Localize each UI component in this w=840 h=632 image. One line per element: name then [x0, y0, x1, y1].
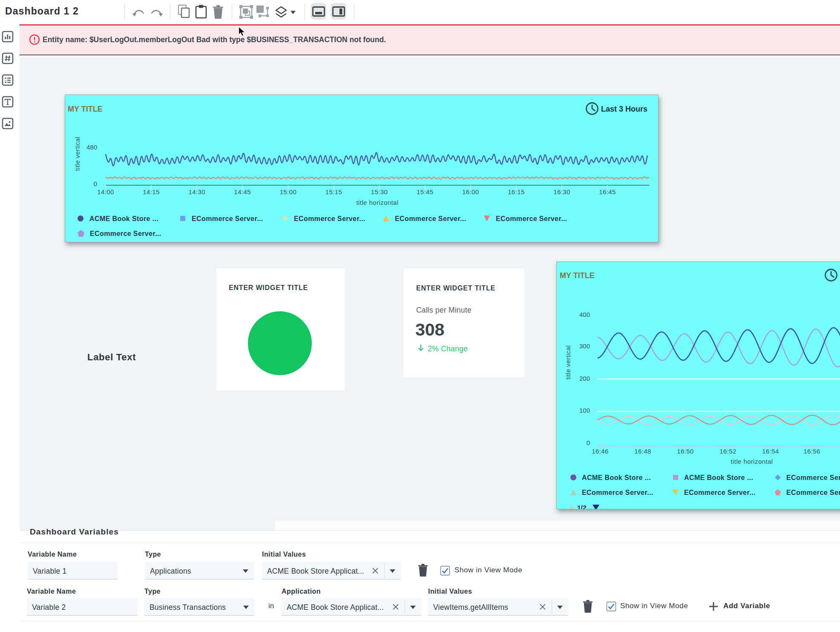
svg-text:ECommerce Server...: ECommerce Server... — [294, 215, 365, 222]
svg-text:400: 400 — [579, 311, 590, 318]
svg-text:16:46: 16:46 — [592, 448, 609, 455]
svg-text:title vertical: title vertical — [564, 345, 572, 380]
svg-text:16:52: 16:52 — [719, 448, 736, 455]
svg-text:480: 480 — [86, 144, 97, 151]
svg-text:16:56: 16:56 — [803, 448, 820, 455]
svg-text:16:45: 16:45 — [599, 188, 616, 195]
svg-text:100: 100 — [579, 407, 590, 414]
svg-text:title horizontal: title horizontal — [357, 199, 399, 206]
svg-text:14:45: 14:45 — [234, 188, 251, 195]
svg-text:0: 0 — [587, 439, 590, 446]
svg-text:16:30: 16:30 — [553, 188, 570, 195]
svg-text:16:48: 16:48 — [634, 448, 651, 455]
svg-text:15:45: 15:45 — [417, 188, 434, 195]
svg-text:15:00: 15:00 — [280, 188, 297, 195]
svg-text:300: 300 — [579, 342, 590, 350]
svg-text:MY TITLE: MY TITLE — [68, 105, 103, 113]
svg-text:ACME Book Store ...: ACME Book Store ... — [684, 474, 753, 481]
svg-text:title horizontal: title horizontal — [731, 458, 773, 465]
svg-text:ECommerce Server...: ECommerce Server... — [395, 215, 466, 222]
svg-text:ECommerce Server...: ECommerce Server... — [496, 215, 567, 222]
svg-text:16:50: 16:50 — [677, 448, 694, 455]
svg-text:1/2: 1/2 — [577, 504, 587, 509]
svg-text:title vertical: title vertical — [74, 137, 81, 171]
svg-text:0: 0 — [94, 180, 97, 187]
svg-text:ACME Book Store ...: ACME Book Store ... — [582, 474, 651, 481]
svg-text:Last 3 Hours: Last 3 Hours — [601, 105, 647, 113]
svg-text:16:00: 16:00 — [462, 188, 479, 195]
svg-text:ECommerce Serv: ECommerce Serv — [786, 489, 840, 496]
svg-text:15:15: 15:15 — [325, 188, 342, 195]
svg-text:14:00: 14:00 — [97, 188, 114, 195]
svg-text:MY TITLE: MY TITLE — [560, 271, 595, 280]
svg-text:14:30: 14:30 — [188, 188, 205, 195]
svg-text:ECommerce Server...: ECommerce Server... — [90, 230, 161, 237]
svg-text:ECommerce Server...: ECommerce Server... — [684, 489, 756, 496]
svg-text:15:30: 15:30 — [371, 188, 388, 195]
svg-text:ECommerce Server...: ECommerce Server... — [192, 215, 263, 222]
svg-text:ECommerce Server...: ECommerce Server... — [582, 489, 653, 496]
svg-text:16:15: 16:15 — [508, 188, 525, 195]
svg-text:14:15: 14:15 — [143, 188, 160, 195]
svg-text:ACME Book Store ...: ACME Book Store ... — [89, 215, 158, 222]
svg-text:16:54: 16:54 — [762, 448, 779, 455]
svg-text:ECommerce Serv: ECommerce Serv — [786, 474, 840, 481]
svg-text:200: 200 — [579, 375, 590, 382]
